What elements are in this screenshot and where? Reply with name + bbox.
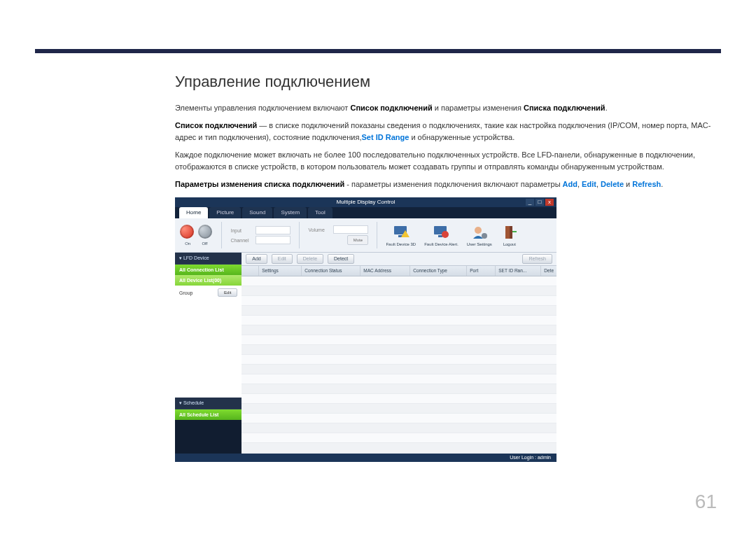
sidebar-item-all-schedule[interactable]: All Schedule List bbox=[175, 409, 241, 420]
link-delete[interactable]: Delete bbox=[601, 180, 624, 188]
monitor-warning-icon bbox=[392, 224, 410, 241]
label-input: Input bbox=[230, 228, 253, 233]
document-body: Управление подключением Элементы управле… bbox=[175, 73, 721, 462]
svg-rect-4 bbox=[438, 235, 442, 237]
col-port[interactable]: Port bbox=[467, 266, 496, 276]
table-row[interactable] bbox=[241, 433, 556, 443]
tab-picture[interactable]: Picture bbox=[209, 207, 241, 218]
separator bbox=[299, 222, 300, 248]
refresh-button[interactable]: Refresh bbox=[522, 254, 552, 264]
label: Group bbox=[179, 290, 192, 295]
table-row[interactable] bbox=[241, 374, 556, 384]
add-button[interactable]: Add bbox=[246, 254, 267, 264]
link-refresh[interactable]: Refresh bbox=[632, 180, 661, 188]
page-title: Управление подключением bbox=[175, 73, 721, 91]
label: Fault Device 3D bbox=[386, 242, 416, 246]
link-set-id-range[interactable]: Set ID Range bbox=[361, 133, 409, 141]
label-volume: Volume bbox=[308, 227, 330, 232]
sidebar-section-lfd[interactable]: ▾ LFD Device bbox=[175, 253, 241, 265]
status-text: User Login : admin bbox=[510, 455, 551, 460]
text: и bbox=[624, 180, 632, 188]
col-set-id-range[interactable]: SET ID Ran... bbox=[496, 266, 541, 276]
fault-device-3d[interactable]: Fault Device 3D bbox=[386, 224, 416, 246]
label-off: Off bbox=[202, 241, 207, 246]
power-group: OnOff bbox=[179, 225, 213, 246]
detect-button[interactable]: Detect bbox=[328, 254, 354, 264]
table-row[interactable] bbox=[241, 394, 556, 404]
ribbon: OnOff Input Channel Volume Mute Fault De… bbox=[175, 218, 556, 253]
strong: Параметры изменения списка подключений bbox=[175, 180, 344, 188]
sidebar-section-schedule[interactable]: ▾ Schedule bbox=[175, 398, 241, 409]
maximize-icon[interactable]: □ bbox=[536, 199, 544, 206]
channel-select[interactable] bbox=[255, 236, 290, 244]
app-title: Multiple Display Control bbox=[336, 199, 395, 205]
label: Schedule bbox=[183, 400, 204, 405]
group-edit-button[interactable]: Edit bbox=[218, 288, 237, 297]
fault-device-alert[interactable]: Fault Device Alert. bbox=[424, 224, 458, 246]
col-mac-address[interactable]: MAC Address bbox=[360, 266, 410, 276]
svg-rect-10 bbox=[512, 231, 517, 232]
power-off-icon[interactable] bbox=[198, 225, 212, 239]
edit-button[interactable]: Edit bbox=[272, 254, 293, 264]
table-row[interactable] bbox=[241, 423, 556, 433]
sidebar-item-group[interactable]: GroupEdit bbox=[175, 286, 241, 300]
link-edit[interactable]: Edit bbox=[582, 180, 596, 188]
text: Элементы управления подключением включаю… bbox=[175, 104, 350, 112]
text: . bbox=[661, 180, 663, 188]
tab-tool[interactable]: Tool bbox=[308, 207, 332, 218]
status-bar: User Login : admin bbox=[175, 454, 556, 462]
table-row[interactable] bbox=[241, 384, 556, 394]
door-icon bbox=[500, 224, 519, 241]
app-titlebar: Multiple Display Control _ □ x bbox=[175, 197, 556, 207]
table-row[interactable] bbox=[241, 365, 556, 374]
table-row[interactable] bbox=[241, 443, 556, 453]
text: и обнаруженные устройства. bbox=[409, 133, 514, 141]
strong: Список подключений bbox=[350, 104, 432, 112]
col-settings[interactable]: Settings bbox=[259, 266, 302, 276]
table-row[interactable] bbox=[241, 296, 556, 306]
label: Fault Device Alert. bbox=[424, 242, 458, 246]
volume-slider[interactable] bbox=[333, 225, 368, 234]
tab-system[interactable]: System bbox=[274, 207, 307, 218]
toolbar: Add Edit Delete Detect Refresh bbox=[241, 253, 556, 266]
tab-sound[interactable]: Sound bbox=[242, 207, 272, 218]
input-select[interactable] bbox=[255, 226, 290, 234]
separator bbox=[377, 222, 377, 248]
page-number: 61 bbox=[695, 491, 717, 513]
table-row[interactable] bbox=[241, 286, 556, 296]
minimize-icon[interactable]: _ bbox=[526, 199, 534, 206]
mute-button[interactable]: Mute bbox=[347, 235, 368, 245]
strong: Список подключений bbox=[175, 121, 257, 129]
col-detect[interactable]: Dete bbox=[541, 266, 556, 276]
sidebar-item-all-device[interactable]: All Device List(00) bbox=[175, 275, 241, 286]
table-row[interactable] bbox=[241, 414, 556, 423]
tab-home[interactable]: Home bbox=[179, 207, 208, 218]
table-row[interactable] bbox=[241, 335, 556, 345]
table-row[interactable] bbox=[241, 306, 556, 316]
col-checkbox[interactable] bbox=[241, 266, 259, 276]
strong: Списка подключений bbox=[524, 104, 606, 112]
logout[interactable]: Logout bbox=[500, 224, 519, 246]
delete-button[interactable]: Delete bbox=[297, 254, 323, 264]
table-row[interactable] bbox=[241, 404, 556, 414]
volume-group: Volume Mute bbox=[308, 224, 368, 246]
link-add[interactable]: Add bbox=[563, 180, 578, 188]
input-channel-group: Input Channel bbox=[230, 225, 290, 246]
paragraph-connection-list: Список подключений — в списке подключени… bbox=[175, 120, 721, 143]
power-on-icon[interactable] bbox=[180, 225, 194, 239]
col-connection-type[interactable]: Connection Type bbox=[410, 266, 467, 276]
table-row[interactable] bbox=[241, 345, 556, 355]
sidebar-gap bbox=[175, 300, 241, 398]
table-row[interactable] bbox=[241, 355, 556, 365]
grid-rows bbox=[241, 276, 556, 453]
app-screenshot: Multiple Display Control _ □ x Home Pict… bbox=[175, 197, 556, 462]
table-row[interactable] bbox=[241, 325, 556, 335]
sidebar-item-all-connection[interactable]: All Connection List bbox=[175, 265, 241, 275]
label-channel: Channel bbox=[230, 238, 253, 243]
table-row[interactable] bbox=[241, 276, 556, 286]
close-icon[interactable]: x bbox=[545, 199, 554, 206]
col-connection-status[interactable]: Connection Status bbox=[302, 266, 360, 276]
user-settings[interactable]: User Settings bbox=[467, 224, 492, 246]
paragraph-intro: Элементы управления подключением включаю… bbox=[175, 102, 721, 114]
table-row[interactable] bbox=[241, 316, 556, 325]
